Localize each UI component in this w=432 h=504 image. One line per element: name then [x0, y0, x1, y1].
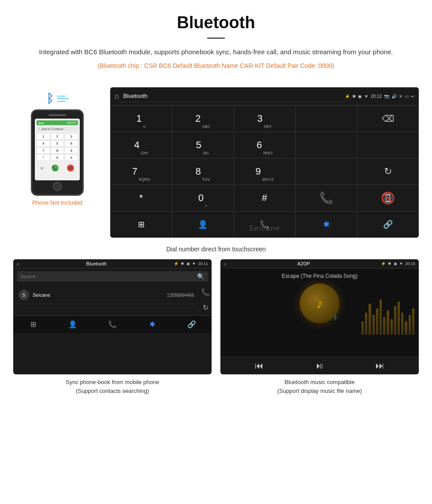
music-title: A2DP	[227, 261, 381, 266]
phone-home-button[interactable]	[53, 182, 62, 191]
status-icons: ⚡ ✱ ◉ ▼ 20:12 📷 🔊 ✕ ▭ ↩	[345, 94, 414, 99]
music-loc-icon: ◉	[394, 261, 397, 266]
car-dialpad-wrapper: ⌂ Bluetooth ⚡ ✱ ◉ ▼ 20:12 📷 🔊 ✕ ▭ ↩	[110, 87, 419, 238]
dial-display-empty-3	[357, 132, 419, 158]
dial-9[interactable]: 9WXYZ	[234, 158, 295, 185]
pb-search-icon: 🔍	[197, 273, 205, 280]
music-time: 20:15	[405, 261, 415, 266]
car-statusbar: ⌂ Bluetooth ⚡ ✱ ◉ ▼ 20:12 📷 🔊 ✕ ▭ ↩	[110, 87, 419, 105]
pb-side-icons: 📞 ↻	[199, 284, 212, 315]
phone-key-8: 8	[51, 147, 64, 154]
music-bt-icon: ✱	[388, 261, 391, 266]
page-header: Bluetooth Integrated with BC6 Bluetooth …	[0, 0, 432, 83]
usb-icon: ⚡	[345, 94, 350, 99]
pb-call-icon[interactable]: 📞	[201, 288, 210, 296]
pb-nav-phone[interactable]: 📞	[93, 316, 132, 333]
seicane-watermark: Seicane	[249, 224, 280, 232]
pb-nav-link[interactable]: 🔗	[172, 316, 212, 333]
main-content: ᛒ ●●● MOTO Add to Contacts 1 2	[0, 83, 432, 242]
pb-status-icons: ⚡ ✱ ◉ ▼ 20:11	[174, 261, 208, 266]
pb-contact-row: S Seicane 13566664466	[17, 286, 196, 304]
music-next-button[interactable]: ⏭	[376, 361, 384, 371]
dial-nav-grid[interactable]: ⊞	[110, 211, 172, 238]
dial-display-empty-2	[295, 132, 357, 158]
pb-contact-name: Seicane	[33, 292, 167, 298]
pb-bottom-nav: ⊞ 👤 📞 ✱ 🔗	[13, 315, 212, 333]
phone-key-2: 2	[51, 133, 64, 140]
phone-bottom-bar: ≡ 📞 📵	[37, 163, 78, 172]
dial-8[interactable]: 8TUV	[172, 158, 234, 185]
bluetooth-symbol: ᛒ	[46, 92, 54, 106]
music-song-title: Escape (The Pina Colada Song)	[282, 273, 358, 279]
car-screen-title: Bluetooth	[119, 90, 345, 102]
music-signal-icon: ▼	[399, 261, 403, 266]
phone-key-6: 6	[64, 140, 78, 147]
dial-hash[interactable]: #	[234, 185, 295, 211]
wave-line-2	[57, 98, 69, 99]
dial-7[interactable]: 7PQRS	[110, 158, 172, 185]
music-controls: ⏮ ⏯ ⏭	[220, 357, 419, 374]
dial-5[interactable]: 5JKL	[172, 132, 234, 158]
dial-nav-link[interactable]: 🔗	[357, 211, 419, 238]
pb-search-input[interactable]	[20, 274, 197, 279]
phone-key-9: 9	[64, 147, 78, 154]
bluetooth-icon-wrapper: ᛒ	[46, 92, 69, 106]
phone-key-1: 1	[37, 133, 50, 140]
pb-refresh-icon[interactable]: ↻	[203, 303, 209, 312]
dial-1[interactable]: 1∞	[110, 105, 172, 132]
car-home-icon[interactable]: ⌂	[115, 92, 119, 100]
pb-caption: Sync phone-book from mobile phone (Suppo…	[13, 374, 212, 395]
pb-signal-icon: ▼	[192, 261, 196, 266]
phone-not-included-label: Phone Not Included	[32, 199, 82, 206]
close-icon: ✕	[399, 94, 402, 99]
dial-call-red[interactable]: 📵	[357, 185, 419, 211]
dial-2[interactable]: 2ABC	[172, 105, 234, 132]
pb-nav-contacts[interactable]: 👤	[53, 316, 93, 333]
pb-content-area: S Seicane 13566664466 📞 ↻	[13, 284, 212, 315]
phone-key-5: 5	[51, 140, 64, 147]
phone-key-7: 7	[37, 147, 50, 154]
phone-key-3: 3	[64, 133, 78, 140]
page-description: Integrated with BC6 Bluetooth module, su…	[26, 47, 406, 57]
phone-end-button[interactable]: 📵	[67, 164, 74, 172]
signal-icon: ▼	[364, 94, 369, 99]
pb-nav-bluetooth[interactable]: ✱	[132, 316, 172, 333]
dial-3[interactable]: 3DEF	[234, 105, 295, 132]
phone-network: ●●●	[38, 121, 44, 124]
phone-call-button[interactable]: 📞	[52, 164, 59, 172]
phone-menu-icon: ≡	[41, 166, 43, 171]
dial-display-empty-1	[295, 105, 357, 132]
music-screen-wrapper: ⌂ A2DP ⚡ ✱ ◉ ▼ 20:15 Escape (The Pina Co…	[220, 259, 419, 395]
music-prev-button[interactable]: ⏮	[255, 361, 264, 371]
pb-contact-initial: S	[19, 290, 29, 300]
page-specs: (Bluetooth chip : CSR BC6 Default Blueto…	[26, 61, 406, 71]
dial-nav-bluetooth[interactable]: ✱	[295, 211, 357, 238]
pb-nav-grid[interactable]: ⊞	[13, 316, 53, 333]
phonebook-screen-wrapper: ⌂ Bluetooth ⚡ ✱ ◉ ▼ 20:11 🔍	[13, 259, 212, 395]
phone-key-4: 4	[37, 140, 50, 147]
dial-6[interactable]: 6MNO	[234, 132, 295, 158]
pb-time: 20:11	[198, 261, 208, 266]
dial-4[interactable]: 4GHI	[110, 132, 172, 158]
dial-nav-contacts[interactable]: 👤	[172, 211, 234, 238]
dial-backspace[interactable]: ⌫	[357, 105, 419, 132]
dial-0[interactable]: 0+	[172, 185, 234, 211]
dial-redial[interactable]: ↻	[357, 158, 419, 185]
wave-lines	[57, 96, 69, 102]
bottom-screens: ⌂ Bluetooth ⚡ ✱ ◉ ▼ 20:11 🔍	[0, 259, 432, 408]
pb-bt-icon: ✱	[181, 261, 184, 266]
phone-screen: ●●● MOTO Add to Contacts 1 2 3 4 5 6 7 8…	[35, 119, 80, 180]
phone-key-star: *	[37, 154, 50, 161]
pb-caption-line2: (Support contacts searching)	[76, 388, 149, 394]
music-status-icons: ⚡ ✱ ◉ ▼ 20:15	[381, 261, 415, 266]
header-divider	[207, 37, 225, 39]
pb-loc-icon: ◉	[186, 261, 190, 266]
phone-key-0: 0	[51, 154, 64, 161]
back-icon[interactable]: ↩	[411, 94, 414, 99]
dial-call-green[interactable]: 📞	[295, 185, 357, 211]
car-dialpad-screen: ⌂ Bluetooth ⚡ ✱ ◉ ▼ 20:12 📷 🔊 ✕ ▭ ↩	[110, 87, 419, 238]
dial-star[interactable]: *	[110, 185, 172, 211]
phone-brand: MOTO	[67, 121, 76, 124]
phone-dialpad: 1 2 3 4 5 6 7 8 9 * 0 #	[37, 133, 78, 161]
music-play-pause-button[interactable]: ⏯	[315, 361, 324, 371]
